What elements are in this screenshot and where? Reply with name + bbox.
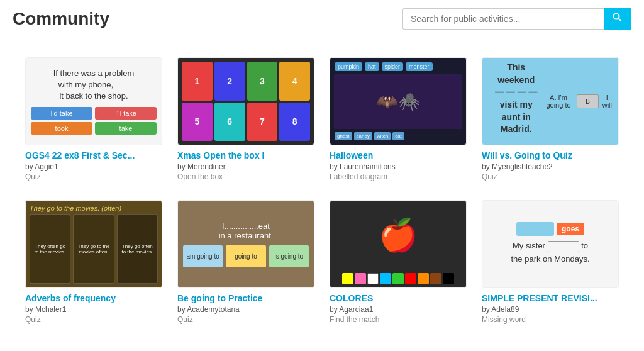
- card-3-type: Labelled diagram: [330, 172, 467, 181]
- app-title: Community: [13, 9, 109, 29]
- apple-image: 🍎: [379, 217, 418, 254]
- card-8[interactable]: goes My sister tothe park on Mondays. SI…: [482, 200, 619, 324]
- card-6-thumbnail: I...............eatin a restaurant. am g…: [177, 200, 314, 288]
- card-6-title: Be going to Practice: [177, 293, 314, 303]
- card-8-type: Missing word: [482, 315, 619, 324]
- card-5-title: Adverbs of frequency: [25, 293, 162, 303]
- card-2[interactable]: 1 2 3 4 5 6 7 8 Xmas Open the box I by M…: [177, 57, 314, 181]
- card-4-type: Quiz: [482, 172, 619, 181]
- card-2-author: by Merendiner: [177, 162, 314, 171]
- card-6-type: Quiz: [177, 315, 314, 324]
- card-8-title: SIMPLE PRESENT REVISI...: [482, 293, 619, 303]
- card-5-author: by Mchaler1: [25, 305, 162, 314]
- card-3[interactable]: pumpkin hat spider monster 🦇🕷️ ghost can…: [330, 57, 467, 181]
- card-7-thumbnail: 🍎: [330, 200, 467, 288]
- card-1-thumbnail: If there was a problemwith my phone, ___…: [25, 57, 162, 145]
- svg-line-1: [619, 19, 622, 22]
- search-input[interactable]: [402, 8, 604, 30]
- card-8-thumbnail: goes My sister tothe park on Mondays.: [482, 200, 619, 288]
- card-7-author: by Agarciaa1: [330, 305, 467, 314]
- card-4-thumbnail: This weekend— — — — visit myaunt in Madr…: [482, 57, 619, 145]
- activity-grid: If there was a problemwith my phone, ___…: [25, 57, 619, 324]
- card-3-author: by Laurenhamiltons: [330, 162, 467, 171]
- card-5[interactable]: They go to the movies. (often) They ofte…: [25, 200, 162, 324]
- card-6-author: by Academytotana: [177, 305, 314, 314]
- card-4[interactable]: This weekend— — — — visit myaunt in Madr…: [482, 57, 619, 181]
- card-4-title: Will vs. Going to Quiz: [482, 150, 619, 160]
- search-bar: [402, 8, 631, 30]
- svg-point-0: [614, 14, 619, 20]
- card-8-author: by Adela89: [482, 305, 619, 314]
- app-header: Community: [0, 0, 644, 38]
- card-1[interactable]: If there was a problemwith my phone, ___…: [25, 57, 162, 181]
- card-6[interactable]: I...............eatin a restaurant. am g…: [177, 200, 314, 324]
- card-2-type: Open the box: [177, 172, 314, 181]
- card-5-thumbnail: They go to the movies. (often) They ofte…: [25, 200, 162, 288]
- card-7[interactable]: 🍎 COLORES by Agarciaa1 Find the match: [330, 200, 467, 324]
- search-button[interactable]: [604, 8, 631, 30]
- card-1-author: by Aggie1: [25, 162, 162, 171]
- search-icon: [613, 13, 623, 23]
- card-2-title: Xmas Open the box I: [177, 150, 314, 160]
- content-area: If there was a problemwith my phone, ___…: [0, 38, 644, 343]
- card-4-author: by Myenglishteache2: [482, 162, 619, 171]
- card-1-title: OGS4 22 ex8 First & Sec...: [25, 150, 162, 160]
- card-5-type: Quiz: [25, 315, 162, 324]
- card-3-thumbnail: pumpkin hat spider monster 🦇🕷️ ghost can…: [330, 57, 467, 145]
- card-2-thumbnail: 1 2 3 4 5 6 7 8: [177, 57, 314, 145]
- card-7-type: Find the match: [330, 315, 467, 324]
- card-3-title: Halloween: [330, 150, 467, 160]
- card-7-title: COLORES: [330, 293, 467, 303]
- card-1-type: Quiz: [25, 172, 162, 181]
